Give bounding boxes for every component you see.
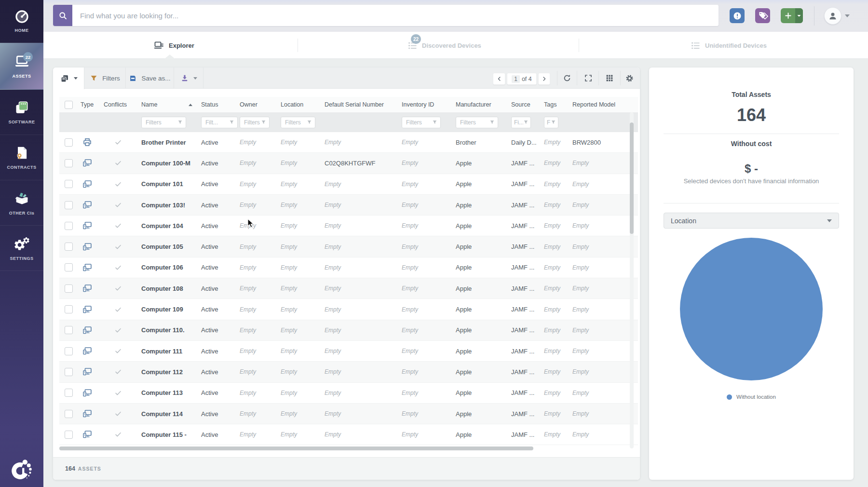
- funnel-icon[interactable]: [261, 120, 266, 125]
- column-header-inventory[interactable]: Inventory ID: [397, 101, 451, 108]
- cell-name[interactable]: Computer 101: [136, 180, 196, 188]
- funnel-icon[interactable]: [229, 120, 234, 125]
- table-row[interactable]: Computer 100-M Active Empty Empty C02Q8K…: [59, 153, 638, 174]
- column-header-location[interactable]: Location: [276, 101, 320, 108]
- location-filter-select[interactable]: Location: [664, 213, 839, 229]
- prev-page-button[interactable]: [493, 73, 505, 85]
- table-row[interactable]: Brother Printer Active Empty Empty Empty…: [59, 132, 638, 153]
- add-dropdown-caret[interactable]: [795, 8, 803, 23]
- row-checkbox[interactable]: [65, 180, 73, 188]
- row-checkbox[interactable]: [65, 138, 73, 147]
- filter-input-tags[interactable]: [544, 119, 551, 126]
- cell-name[interactable]: Computer 111: [136, 348, 196, 355]
- column-header-serial[interactable]: Default Serial Number: [320, 101, 397, 108]
- table-row[interactable]: Computer 111 Active Empty Empty Empty Em…: [59, 341, 638, 362]
- row-checkbox[interactable]: [65, 305, 73, 313]
- row-checkbox[interactable]: [65, 159, 73, 167]
- export-button[interactable]: [174, 68, 203, 89]
- table-row[interactable]: Computer 101 Active Empty Empty Empty Em…: [59, 174, 638, 195]
- cell-name[interactable]: Computer 106: [136, 264, 196, 271]
- cell-name[interactable]: Computer 108: [136, 285, 196, 292]
- cell-name[interactable]: Computer 104: [136, 222, 196, 230]
- sidebar-item-other-cis[interactable]: OTHER CIs: [0, 180, 43, 226]
- filter-input-owner[interactable]: [240, 119, 261, 126]
- table-row[interactable]: Computer 109 Active Empty Empty Empty Em…: [59, 299, 638, 320]
- table-row[interactable]: Computer 115 - Active Empty Empty Empty …: [59, 424, 638, 445]
- column-header-reported-model[interactable]: Reported Model: [568, 101, 638, 108]
- search-button[interactable]: [53, 5, 72, 26]
- funnel-icon[interactable]: [177, 120, 183, 125]
- row-checkbox[interactable]: [65, 431, 73, 439]
- table-row[interactable]: Computer 103! Active Empty Empty Empty E…: [59, 195, 638, 216]
- column-header-name[interactable]: Name: [136, 101, 196, 108]
- row-checkbox[interactable]: [65, 243, 73, 251]
- table-row[interactable]: Computer 105 Active Empty Empty Empty Em…: [59, 236, 638, 257]
- column-header-source[interactable]: Source: [506, 101, 539, 108]
- fullscreen-icon[interactable]: [584, 74, 593, 82]
- user-menu[interactable]: [824, 7, 850, 25]
- filter-input-status[interactable]: [202, 119, 229, 126]
- column-header-status[interactable]: Status: [196, 101, 235, 108]
- column-header-manufacturer[interactable]: Manufacturer: [451, 101, 506, 108]
- filters-button[interactable]: Filters: [84, 68, 126, 89]
- funnel-icon[interactable]: [523, 120, 529, 125]
- add-button[interactable]: [781, 8, 803, 23]
- row-checkbox[interactable]: [65, 263, 73, 271]
- cell-name[interactable]: Computer 105: [136, 243, 196, 250]
- filter-input-inventory[interactable]: [402, 119, 432, 126]
- row-checkbox[interactable]: [65, 347, 73, 355]
- table-row[interactable]: Computer 114 Active Empty Empty Empty Em…: [59, 404, 638, 424]
- sidebar-item-assets[interactable]: ASSETS 22: [0, 43, 43, 90]
- filter-input-source[interactable]: [512, 119, 523, 126]
- column-header-tags[interactable]: Tags: [539, 101, 568, 108]
- table-row[interactable]: Computer 108 Active Empty Empty Empty Em…: [59, 278, 638, 299]
- vertical-scrollbar[interactable]: [630, 112, 634, 448]
- column-header-type[interactable]: Type: [76, 101, 99, 108]
- row-checkbox[interactable]: [65, 284, 73, 293]
- funnel-icon[interactable]: [432, 120, 437, 125]
- column-header-owner[interactable]: Owner: [235, 101, 276, 108]
- filter-input-name[interactable]: [142, 119, 177, 126]
- filter-input-location[interactable]: [281, 119, 307, 126]
- sidebar-item-contracts[interactable]: CONTRACTS: [0, 135, 43, 180]
- funnel-icon[interactable]: [489, 120, 495, 125]
- row-checkbox[interactable]: [65, 368, 73, 376]
- select-all-checkbox[interactable]: [65, 101, 73, 109]
- table-settings-icon[interactable]: [625, 74, 634, 82]
- cell-name[interactable]: Computer 112: [136, 368, 196, 376]
- refresh-icon[interactable]: [563, 74, 571, 82]
- tags-button[interactable]: [755, 8, 770, 23]
- cell-name[interactable]: Computer 114: [136, 410, 196, 418]
- funnel-icon[interactable]: [307, 120, 312, 125]
- table-row[interactable]: Computer 104 Active Empty Empty Empty Em…: [59, 216, 638, 236]
- funnel-icon[interactable]: [551, 120, 556, 125]
- cell-name[interactable]: Computer 109: [136, 306, 196, 313]
- views-dropdown-button[interactable]: [53, 68, 84, 89]
- table-row[interactable]: Computer 113 Active Empty Empty Empty Em…: [59, 383, 638, 404]
- row-checkbox[interactable]: [65, 201, 73, 209]
- row-checkbox[interactable]: [65, 410, 73, 418]
- alerts-button[interactable]: [730, 8, 745, 23]
- save-as-button[interactable]: Save as...: [126, 68, 174, 89]
- cell-name[interactable]: Computer 100-M: [136, 160, 196, 167]
- row-checkbox[interactable]: [65, 222, 73, 230]
- column-header-conflicts[interactable]: Conflicts: [99, 101, 136, 108]
- table-row[interactable]: Computer 106 Active Empty Empty Empty Em…: [59, 257, 638, 278]
- grid-view-icon[interactable]: [605, 74, 614, 82]
- vertical-scrollbar-thumb[interactable]: [630, 122, 634, 234]
- sidebar-item-settings[interactable]: SETTINGS: [0, 226, 43, 271]
- sidebar-item-software[interactable]: SOFTWARE: [0, 90, 43, 135]
- search-input[interactable]: [72, 5, 719, 26]
- horizontal-scrollbar-thumb[interactable]: [59, 446, 533, 450]
- cell-name[interactable]: Computer 110.: [136, 326, 196, 334]
- cell-name[interactable]: Computer 103!: [136, 202, 196, 209]
- table-row[interactable]: Computer 110. Active Empty Empty Empty E…: [59, 320, 638, 341]
- cell-name[interactable]: Computer 113: [136, 389, 196, 396]
- sidebar-item-home[interactable]: HOME: [0, 0, 43, 43]
- current-page[interactable]: 1: [512, 75, 520, 83]
- cell-name[interactable]: Brother Printer: [136, 139, 196, 146]
- row-checkbox[interactable]: [65, 326, 73, 334]
- filter-input-manufacturer[interactable]: [456, 119, 489, 126]
- table-row[interactable]: Computer 112 Active Empty Empty Empty Em…: [59, 362, 638, 382]
- tab-unidentified-devices[interactable]: Unidentified Devices: [691, 32, 767, 59]
